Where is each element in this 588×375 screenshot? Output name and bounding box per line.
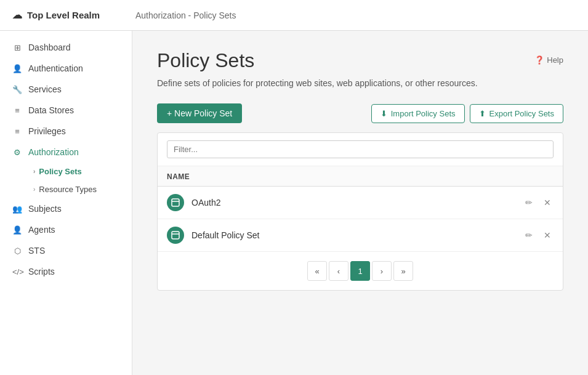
dashboard-icon: ⊞ <box>12 43 22 52</box>
authorization-icon: ⚙ <box>12 148 22 157</box>
name-column-header: NAME <box>167 172 190 181</box>
sidebar-label-dashboard: Dashboard <box>28 42 71 52</box>
sidebar-sub-label-policy-sets: Policy Sets <box>39 167 81 176</box>
sidebar-item-agents[interactable]: 👤 Agents <box>0 219 132 240</box>
chevron-icon: › <box>33 168 35 175</box>
import-policy-sets-button[interactable]: ⬇ Import Policy Sets <box>371 104 465 123</box>
sidebar-item-subjects[interactable]: 👥 Subjects <box>0 198 132 219</box>
pagination-current-button[interactable]: 1 <box>350 261 370 281</box>
filter-input[interactable] <box>167 140 554 158</box>
pagination-first-button[interactable]: « <box>307 261 327 281</box>
pagination: « ‹ 1 › » <box>158 252 563 290</box>
sidebar-item-sts[interactable]: ⬡ STS <box>0 240 132 261</box>
svg-rect-0 <box>172 199 179 206</box>
policy-sets-card: NAME OAuth2 ✏ ✕ <box>157 132 563 291</box>
sidebar-item-dashboard[interactable]: ⊞ Dashboard <box>0 37 132 58</box>
delete-default-policy-set-button[interactable]: ✕ <box>541 229 554 241</box>
sidebar-label-subjects: Subjects <box>28 204 62 214</box>
toolbar: + New Policy Set ⬇ Import Policy Sets ⬆ … <box>157 103 563 123</box>
export-label: Export Policy Sets <box>489 109 555 118</box>
import-label: Import Policy Sets <box>391 109 456 118</box>
chevron-icon-2: › <box>33 186 35 193</box>
sidebar-sub-item-policy-sets[interactable]: › Policy Sets <box>27 163 132 180</box>
authentication-icon: 👤 <box>12 64 22 73</box>
policy-set-icon-2 <box>171 231 180 240</box>
sidebar-item-privileges[interactable]: ≡ Privileges <box>0 121 132 142</box>
sidebar: ⊞ Dashboard 👤 Authentication 🔧 Services … <box>0 31 132 375</box>
sidebar-label-authorization: Authorization <box>28 147 79 157</box>
page-description: Define sets of policies for protecting w… <box>157 78 563 88</box>
new-policy-set-button[interactable]: + New Policy Set <box>157 103 242 123</box>
sidebar-label-data-stores: Data Stores <box>28 105 74 115</box>
sidebar-item-data-stores[interactable]: ≡ Data Stores <box>0 100 132 121</box>
sidebar-label-services: Services <box>28 84 62 94</box>
breadcrumb: Authorization - Policy Sets <box>135 10 236 20</box>
page-header: Policy Sets ❓ Help <box>157 49 563 72</box>
help-label: Help <box>547 55 563 65</box>
pagination-next-button[interactable]: › <box>372 261 392 281</box>
cloud-icon: ☁ <box>12 9 22 21</box>
policy-set-icon <box>171 198 180 207</box>
table-row: Default Policy Set ✏ ✕ <box>158 219 563 252</box>
import-export-group: ⬇ Import Policy Sets ⬆ Export Policy Set… <box>371 104 563 123</box>
sidebar-item-authentication[interactable]: 👤 Authentication <box>0 58 132 79</box>
main-content: Policy Sets ❓ Help Define sets of polici… <box>132 31 588 375</box>
edit-oauth2-button[interactable]: ✏ <box>523 196 535 209</box>
upload-icon: ⬆ <box>479 109 486 118</box>
table-header: NAME <box>158 166 563 187</box>
brand-name: Top Level Realm <box>27 10 100 20</box>
sts-icon: ⬡ <box>12 246 22 256</box>
sidebar-sub-item-resource-types[interactable]: › Resource Types <box>27 180 132 198</box>
filter-bar <box>158 133 563 166</box>
row-icon-oauth2 <box>167 194 184 211</box>
sidebar-item-authorization[interactable]: ⚙ Authorization <box>0 142 132 163</box>
page-title: Policy Sets <box>157 49 254 72</box>
table-row: OAuth2 ✏ ✕ <box>158 187 563 219</box>
sidebar-item-services[interactable]: 🔧 Services <box>0 79 132 100</box>
sidebar-label-scripts: Scripts <box>28 267 55 276</box>
edit-default-policy-set-button[interactable]: ✏ <box>523 229 535 241</box>
services-icon: 🔧 <box>12 85 22 94</box>
help-link[interactable]: ❓ Help <box>534 55 563 65</box>
subjects-icon: 👥 <box>12 204 22 214</box>
data-stores-icon: ≡ <box>12 106 22 115</box>
download-icon: ⬇ <box>381 109 387 118</box>
svg-rect-2 <box>172 232 179 239</box>
layout: ⊞ Dashboard 👤 Authentication 🔧 Services … <box>0 31 588 375</box>
sidebar-label-sts: STS <box>28 246 45 256</box>
help-icon: ❓ <box>534 55 544 65</box>
row-actions-oauth2: ✏ ✕ <box>523 196 554 209</box>
pagination-last-button[interactable]: » <box>393 261 413 281</box>
sidebar-sub-label-resource-types: Resource Types <box>39 185 97 194</box>
sidebar-label-privileges: Privileges <box>28 126 66 136</box>
row-icon-default-policy-set <box>167 227 184 244</box>
pagination-prev-button[interactable]: ‹ <box>329 261 348 281</box>
scripts-icon: </> <box>12 267 22 276</box>
sidebar-sub-menu: › Policy Sets › Resource Types <box>0 163 132 198</box>
export-policy-sets-button[interactable]: ⬆ Export Policy Sets <box>470 104 564 123</box>
sidebar-label-agents: Agents <box>28 225 55 235</box>
row-actions-default-policy-set: ✏ ✕ <box>523 229 554 241</box>
agents-icon: 👤 <box>12 225 22 235</box>
row-name-default-policy-set: Default Policy Set <box>191 230 515 240</box>
privileges-icon: ≡ <box>12 127 22 136</box>
top-nav: ☁ Top Level Realm Authorization - Policy… <box>0 0 588 31</box>
sidebar-label-authentication: Authentication <box>28 63 83 73</box>
sidebar-item-scripts[interactable]: </> Scripts <box>0 261 132 282</box>
brand[interactable]: ☁ Top Level Realm <box>12 9 135 21</box>
delete-oauth2-button[interactable]: ✕ <box>541 196 554 209</box>
row-name-oauth2: OAuth2 <box>191 198 515 208</box>
